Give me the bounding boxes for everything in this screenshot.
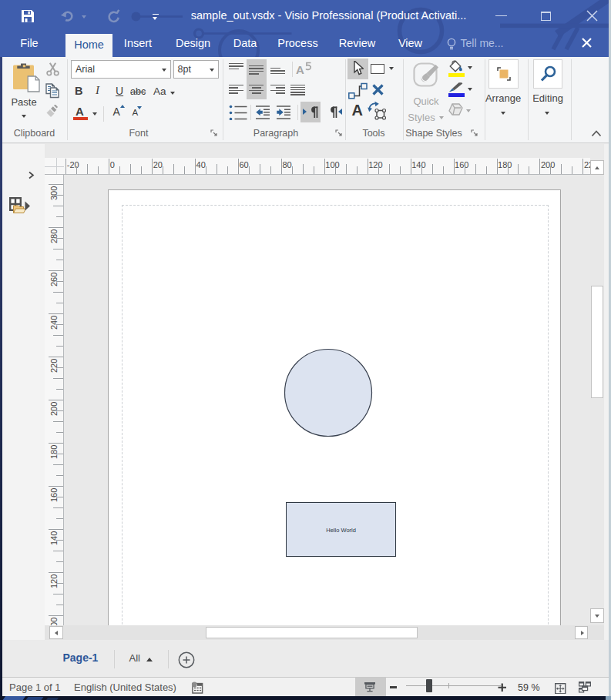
scroll-left-button[interactable] (49, 626, 63, 640)
expand-shapes-chevron-icon[interactable] (28, 171, 35, 179)
rtl-direction-button[interactable] (328, 105, 348, 120)
vruler-tick (56, 281, 64, 282)
scroll-up-button[interactable] (590, 160, 605, 175)
align-bottom-button[interactable] (270, 68, 286, 75)
vruler-tick (53, 594, 64, 594)
document-close-icon (582, 38, 592, 48)
vruler-label: 140 (49, 531, 59, 545)
connection-point-tool-icon[interactable] (372, 84, 384, 95)
italic-button[interactable]: I (96, 84, 99, 97)
hruler-label: 60 (239, 160, 248, 169)
switch-windows-icon[interactable] (579, 682, 591, 693)
tab-review[interactable]: Review (333, 31, 382, 57)
effects-caret[interactable] (466, 109, 471, 112)
vertical-scroll-thumb[interactable] (591, 286, 603, 398)
lightbulb-icon (446, 38, 457, 51)
ribbon: Paste Clipboard Arial (0, 57, 609, 143)
bold-button[interactable]: B (75, 85, 82, 97)
insert-page-button[interactable] (178, 651, 195, 668)
horizontal-scroll-thumb[interactable] (206, 627, 418, 639)
font-dialog-launcher-icon[interactable] (210, 129, 218, 137)
scroll-down-button[interactable] (590, 608, 605, 623)
cut-icon[interactable] (46, 62, 59, 76)
pointer-tool-icon[interactable] (354, 61, 364, 76)
tab-file[interactable]: File (13, 31, 45, 57)
group-separator (223, 59, 223, 140)
tab-data[interactable]: Data (220, 31, 270, 57)
page-tab-page1[interactable]: Page-1 (63, 651, 99, 664)
bullets-button[interactable] (229, 105, 247, 120)
line-caret[interactable] (468, 88, 472, 91)
all-pages-caret-icon[interactable] (146, 658, 153, 661)
underline-button[interactable]: U (116, 85, 123, 97)
copy-icon[interactable] (45, 83, 59, 99)
font-name-combobox[interactable]: Arial (71, 60, 171, 79)
vruler-tick (53, 335, 64, 336)
shapes-stencil-icon[interactable] (9, 197, 31, 215)
font-separator (103, 106, 104, 122)
font-size-value: 8pt (178, 64, 191, 75)
free-transform-tool-icon[interactable] (368, 100, 386, 120)
align-top-button[interactable] (229, 63, 244, 75)
strikethrough-button[interactable]: abc (130, 86, 146, 97)
drawing-canvas[interactable]: Hello World (65, 175, 590, 626)
justify-button[interactable] (290, 85, 306, 95)
fill-color-swatch (448, 73, 465, 77)
fit-page-to-window-icon[interactable] (555, 683, 566, 695)
close-icon (586, 10, 598, 22)
tab-insert[interactable]: Insert (113, 31, 163, 57)
minimize-button[interactable] (490, 0, 513, 31)
maximize-button[interactable] (535, 0, 558, 31)
status-pane-icon[interactable] (191, 682, 203, 694)
hruler-tick (119, 166, 120, 175)
align-center-button[interactable] (249, 85, 264, 94)
circle-shape[interactable] (284, 348, 373, 437)
quick-styles-label-1: Quick (407, 95, 445, 107)
tab-design[interactable]: Design (169, 31, 218, 57)
zoom-out-button[interactable] (390, 686, 398, 688)
tab-view[interactable]: View (386, 31, 435, 57)
ltr-direction-button[interactable] (303, 105, 323, 120)
connector-tool-icon[interactable] (348, 82, 368, 99)
tab-process[interactable]: Process (274, 31, 323, 57)
scroll-up-icon (595, 166, 599, 169)
zoom-slider-thumb[interactable] (426, 679, 432, 692)
scroll-right-button[interactable] (575, 626, 589, 640)
rectangle-tool-icon[interactable] (371, 64, 385, 74)
rotate-text-button[interactable]: A (296, 60, 313, 77)
drawing-page[interactable]: Hello World (108, 189, 561, 625)
font-color-caret[interactable] (92, 112, 97, 116)
change-case-caret[interactable] (170, 92, 175, 95)
presentation-mode-button[interactable] (355, 678, 386, 697)
zoom-slider-track[interactable] (406, 685, 501, 686)
text-tool-button[interactable]: A (352, 102, 363, 119)
all-pages-button[interactable]: All (129, 652, 140, 664)
tab-home[interactable]: Home (65, 34, 112, 57)
tell-me-box[interactable]: Tell me... (446, 31, 504, 57)
align-middle-button[interactable] (249, 65, 264, 75)
hruler-label: 220 (584, 160, 590, 169)
decrease-indent-icon[interactable] (256, 106, 270, 119)
ruler-corner-crosshair-v (56, 158, 57, 175)
rectangle-shape[interactable]: Hello World (286, 502, 396, 557)
vruler-tick (49, 357, 64, 357)
increase-indent-icon[interactable] (277, 106, 290, 119)
status-page-info[interactable]: Page 1 of 1 (9, 682, 61, 693)
close-button[interactable] (579, 0, 605, 31)
rectangle-tool-caret[interactable] (389, 67, 394, 70)
zoom-in-button[interactable] (498, 683, 507, 692)
fill-caret[interactable] (468, 66, 472, 69)
zoom-level[interactable]: 59 % (518, 682, 540, 693)
change-case-button[interactable]: Aa (153, 85, 166, 97)
vruler-tick (53, 206, 64, 206)
hruler-tick (432, 164, 433, 175)
font-size-combobox[interactable]: 8pt (173, 60, 220, 79)
collapse-ribbon-icon[interactable] (591, 129, 602, 137)
save-icon[interactable] (21, 9, 35, 23)
document-close-button[interactable] (579, 37, 594, 52)
status-language[interactable]: English (United States) (74, 682, 176, 693)
align-right-button[interactable] (270, 85, 286, 94)
format-painter-icon[interactable] (45, 105, 59, 118)
shape-styles-dialog-launcher-icon[interactable] (471, 129, 478, 137)
align-left-button[interactable] (229, 85, 244, 94)
